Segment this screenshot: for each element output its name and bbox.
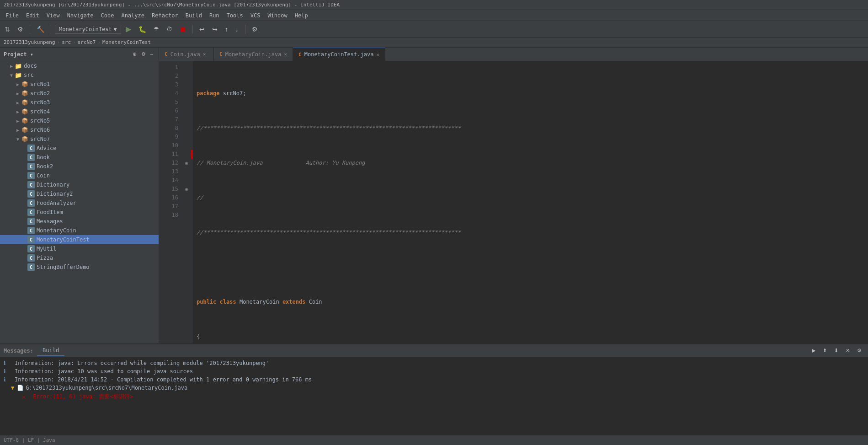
tree-item-coin[interactable]: C Coin <box>0 171 159 180</box>
tree-item-srcno7[interactable]: ▼ 📦 srcNo7 <box>0 134 159 144</box>
tree-item-src[interactable]: ▼ 📁 src <box>0 70 159 80</box>
tree-item-book2[interactable]: C Book2 <box>0 162 159 171</box>
tab-coin[interactable]: C Coin.java ✕ <box>159 48 214 61</box>
file-icon: 📄 <box>17 385 24 391</box>
tree-item-docs[interactable]: ▶ 📁 docs <box>0 61 159 70</box>
profile-btn[interactable]: ⏱ <box>164 24 175 34</box>
title-bar: 20172313yukunpeng [G:\20172313yukunpeng]… <box>0 0 868 10</box>
menu-build[interactable]: Build <box>182 11 206 20</box>
tab-monetarycointest[interactable]: C MonetaryCoinTest.java ✕ <box>293 48 385 61</box>
tree-item-srcno4[interactable]: ▶ 📦 srcNo4 <box>0 107 159 116</box>
toolbar: ⇅ ⚙ 🔨 MonetaryCoinTest ▼ ▶ 🐛 ☂ ⏱ ⏹ ↩ ↪ ↑… <box>0 21 868 38</box>
menu-refactor[interactable]: Refactor <box>148 11 182 20</box>
msg-error-icon: ✕ <box>22 394 30 400</box>
tab-monetarycoin-close[interactable]: ✕ <box>284 51 287 57</box>
code-line-3: // MonetaryCoin.java Author: Yu Kunpeng <box>197 159 864 167</box>
tree-arrow-srcno3: ▶ <box>15 100 21 105</box>
breadcrumb-part-0[interactable]: 20172313yukunpeng <box>4 39 55 45</box>
tree-item-monetarycointest[interactable]: C MonetaryCoinTest <box>0 235 159 244</box>
menu-analyze[interactable]: Analyze <box>117 11 148 20</box>
tree-label-srcno3: srcNo3 <box>30 99 50 106</box>
run-btn[interactable]: ▶ <box>123 23 134 35</box>
gutter-10 <box>182 141 191 150</box>
breadcrumb-part-2[interactable]: srcNo7 <box>78 39 96 45</box>
tab-monetarycoin[interactable]: C MonetaryCoin.java ✕ <box>214 48 293 61</box>
tree-item-srcno3[interactable]: ▶ 📦 srcNo3 <box>0 98 159 107</box>
menu-edit[interactable]: Edit <box>22 11 43 20</box>
gutter-17 <box>182 202 191 211</box>
tab-monetarycoin-label: MonetaryCoin.java <box>225 51 282 58</box>
sidebar-settings-btn[interactable]: ⚙ <box>139 50 148 58</box>
tree-item-monetarycoin[interactable]: C MonetaryCoin <box>0 226 159 235</box>
tree-item-fooditem[interactable]: C FoodItem <box>0 208 159 217</box>
menu-vcs[interactable]: VCS <box>247 11 264 20</box>
tab-coin-close[interactable]: ✕ <box>203 51 206 57</box>
bottom-settings-btn[interactable]: ⚙ <box>854 346 864 355</box>
stop-btn[interactable]: ⏹ <box>177 24 189 35</box>
tree-item-myutil[interactable]: C MyUtil <box>0 244 159 253</box>
line-num-6: 6 <box>161 107 178 115</box>
tree-item-srcno5[interactable]: ▶ 📦 srcNo5 <box>0 116 159 125</box>
update-btn[interactable]: ↪ <box>209 24 220 35</box>
menu-tools[interactable]: Tools <box>223 11 247 20</box>
tree-item-book[interactable]: C Book <box>0 153 159 162</box>
err-icon-15: ◉ <box>185 186 188 192</box>
breadcrumb-part-1[interactable]: src <box>62 39 71 45</box>
tab-build[interactable]: Build <box>37 345 64 356</box>
sidebar-close-btn[interactable]: − <box>149 50 155 58</box>
menu-file[interactable]: File <box>2 11 22 20</box>
tree-item-pizza[interactable]: C Pizza <box>0 253 159 263</box>
prev-btn[interactable]: ↑ <box>222 24 231 35</box>
revert-btn[interactable]: ↩ <box>197 24 208 35</box>
tab-monetarycointest-close[interactable]: ✕ <box>376 52 379 58</box>
tree-item-srcno1[interactable]: ▶ 📦 srcNo1 <box>0 80 159 89</box>
toolbar-settings-btn[interactable]: ⚙ <box>15 24 26 35</box>
tree-item-dictionary[interactable]: C Dictionary <box>0 180 159 189</box>
menu-navigate[interactable]: Navigate <box>64 11 97 20</box>
bottom-clear-btn[interactable]: ✕ <box>843 346 852 355</box>
menu-run[interactable]: Run <box>206 11 223 20</box>
tree-label-docs: docs <box>24 63 37 69</box>
tree-item-stringbufferdemo[interactable]: C StringBufferDemo <box>0 263 159 272</box>
tree-label-dictionary: Dictionary <box>37 182 69 188</box>
tree-item-advice[interactable]: C Advice <box>0 144 159 153</box>
bottom-scroll-top-btn[interactable]: ⬆ <box>820 346 830 355</box>
line-num-2: 2 <box>161 72 178 80</box>
line-num-7: 7 <box>161 115 178 124</box>
line-num-17: 17 <box>161 202 178 211</box>
msg-row-1: ℹ Information: javac 10 was used to comp… <box>0 367 868 375</box>
bottom-run-btn[interactable]: ▶ <box>809 346 818 355</box>
tree-item-messages[interactable]: C Messages <box>0 217 159 226</box>
tree-item-dictionary2[interactable]: C Dictionary2 <box>0 189 159 198</box>
tree-arrow-src: ▼ <box>8 73 15 78</box>
package-icon-srcno7: 📦 <box>21 135 28 143</box>
run-config-selector[interactable]: MonetaryCoinTest ▼ <box>55 25 121 34</box>
breadcrumb-part-3[interactable]: MonetaryCoinTest <box>102 39 151 45</box>
bottom-scroll-bot-btn[interactable]: ⬇ <box>831 346 841 355</box>
tree-item-srcno6[interactable]: ▶ 📦 srcNo6 <box>0 125 159 134</box>
msg-file-row[interactable]: ▼ 📄 G:\20172313yukunpeng\src\srcNo7\Mone… <box>0 384 868 392</box>
tree-arrow-docs: ▶ <box>8 64 15 69</box>
tree-item-foodanalyzer[interactable]: C FoodAnalyzer <box>0 198 159 208</box>
menu-window[interactable]: Window <box>264 11 291 20</box>
code-line-7: public class MonetaryCoin extends Coin <box>197 298 864 306</box>
menu-view[interactable]: View <box>43 11 64 20</box>
tree-arrow-srcno4: ▶ <box>15 109 21 114</box>
debug-btn[interactable]: 🐛 <box>136 24 149 35</box>
menu-help[interactable]: Help <box>291 11 312 20</box>
toolbar-build-btn[interactable]: 🔨 <box>34 24 47 35</box>
next-btn[interactable]: ↓ <box>233 24 241 35</box>
code-line-5: //**************************************… <box>197 228 864 237</box>
gutter-5 <box>182 98 191 107</box>
tree-label-monetarycoin: MonetaryCoin <box>37 227 76 234</box>
sidebar-add-btn[interactable]: ⊕ <box>131 50 138 58</box>
toolbar-settings2-btn[interactable]: ⚙ <box>249 24 261 35</box>
tree-item-srcno2[interactable]: ▶ 📦 srcNo2 <box>0 89 159 98</box>
coverage-btn[interactable]: ☂ <box>151 24 162 34</box>
package-icon-srcno4: 📦 <box>21 108 28 115</box>
tree-label-book: Book <box>37 154 50 161</box>
msg-error-row[interactable]: ✕ Error:(11, 6) java: 需要<标识符> <box>0 392 868 402</box>
toolbar-sync-btn[interactable]: ⇅ <box>2 24 13 35</box>
messages-label: Messages: <box>4 348 33 354</box>
menu-code[interactable]: Code <box>97 11 118 20</box>
